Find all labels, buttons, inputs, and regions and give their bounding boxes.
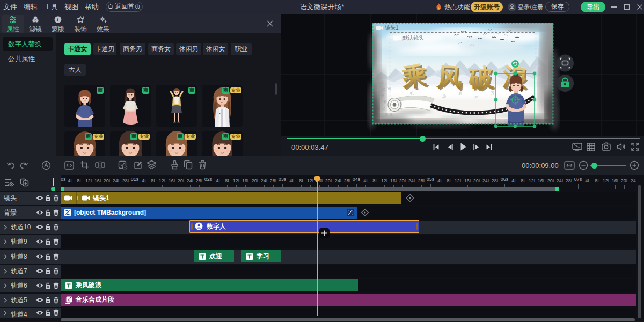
svg-text:乘: 乘: [400, 62, 428, 92]
svg-text:默认镜头: 默认镜头: [402, 35, 424, 41]
svg-text:程: 程: [474, 96, 478, 99]
svg-text:风: 风: [436, 62, 464, 92]
svg-text:远: 远: [442, 94, 446, 98]
svg-text:镜头1: 镜头1: [385, 25, 399, 31]
svg-text:破: 破: [467, 63, 495, 93]
